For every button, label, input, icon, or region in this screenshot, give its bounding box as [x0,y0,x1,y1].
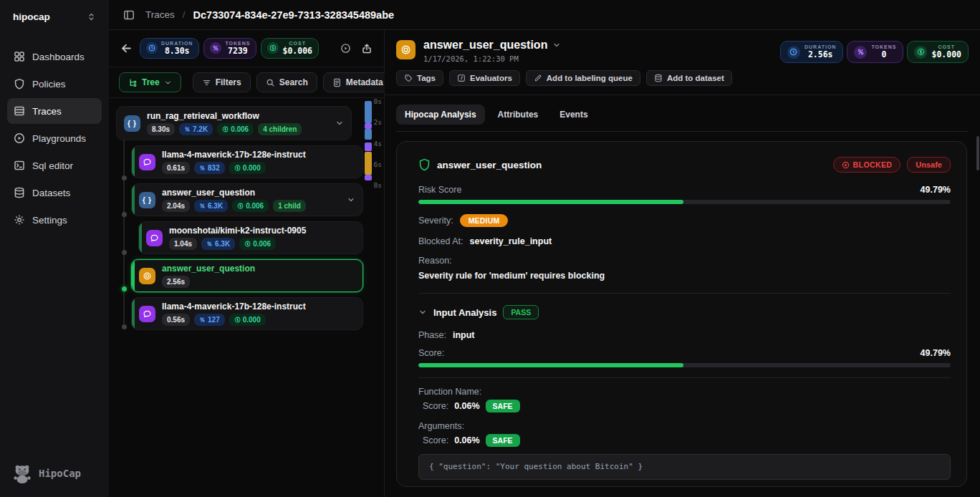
evaluators-button[interactable]: f Evaluators [449,70,520,86]
severity-medium-badge: MEDIUM [460,214,509,227]
metadata-button[interactable]: Metadata [323,72,393,92]
tab-events[interactable]: Events [551,105,596,125]
logo-text: HipoCap [39,468,81,479]
braces-icon: { } [139,192,155,208]
sidebar-item-settings[interactable]: Settings [7,207,102,233]
trace-panel-header: DURATION8.30s TOKENS7239 COST$0.006 [109,30,384,67]
chat-bubble-icon [139,306,155,322]
safe-badge: SAFE [486,400,520,412]
circle-x-icon [842,161,850,169]
tags-label: Tags [417,74,436,82]
hipocap-logo: HipoCap [7,463,102,484]
shield-icon [14,78,25,90]
chevron-down-icon [164,79,172,87]
tree-row-answer-user-question[interactable]: { } answer_user_question 2.04s 6.3K 0.00… [131,183,363,216]
stat-value: 8.30s [165,47,190,56]
panel-toggle-icon[interactable] [120,6,138,24]
tab-attributes[interactable]: Attributes [489,105,547,125]
sidebar-item-dashboards[interactable]: Dashboards [7,44,102,69]
chevron-down-icon[interactable] [335,119,344,127]
span-name: llama-4-maverick-17b-128e-instruct [162,301,355,312]
arguments-score: 0.06% [454,435,479,445]
tree-row-llama-4-maverick[interactable]: llama-4-maverick-17b-128e-instruct 0.61s… [131,145,363,178]
cost-pill: 0.000 [229,314,266,326]
children-pill: 1 child [273,200,306,212]
tree-node-dot [122,324,127,329]
score-label: Score: [423,401,448,411]
phase-label: Phase: [418,330,446,340]
shield-icon [418,158,431,171]
breadcrumb-trace-id: Dc733074-834e-27e9-7313-328345489abe [193,9,395,21]
sidebar-item-datasets[interactable]: Datasets [7,180,102,206]
timeline-segment [365,129,372,140]
chat-bubble-icon [146,230,163,246]
sidebar-item-label: Dashboards [32,52,85,62]
tree-node-dot [122,175,127,180]
terminal-icon [14,160,25,171]
duration-pill: 2.56s [162,276,190,288]
target-icon [396,40,415,59]
stat-value: 0 [881,50,886,59]
tree-row-answer-user-question-selected[interactable]: answer_user_question 2.56s [131,259,363,292]
add-to-dataset-button[interactable]: Add to dataset [646,70,732,86]
risk-score-label: Risk Score [418,185,461,195]
replay-icon[interactable] [337,40,354,57]
phase-value: input [453,330,475,340]
input-analysis-toggle[interactable]: Input Analysis PASS [418,305,951,319]
tab-hipocap-analysis[interactable]: Hipocap Analysis [396,105,485,125]
function-icon: f [457,74,466,82]
input-score-bar-fill [418,363,683,367]
score-label: Score: [423,435,448,445]
tree-row-moonshotai-kimi[interactable]: moonshotai/kimi-k2-instruct-0905 1.04s 6… [138,221,363,254]
play-circle-icon [14,132,25,144]
trace-tree-panel: DURATION8.30s TOKENS7239 COST$0.006 [109,30,385,497]
span-title-dropdown[interactable]: answer_user_question [423,39,772,52]
arguments-label: Arguments: [418,421,951,431]
cost-stat-badge: COST$0.000 [907,41,969,63]
search-label: Search [279,77,308,87]
sidebar-item-playgrounds[interactable]: Playgrounds [7,125,102,151]
timeline-segment [365,175,372,180]
timeline-bar[interactable] [365,100,372,186]
sidebar-item-policies[interactable]: Policies [7,71,102,97]
span-detail-panel: answer_user_question 1/17/2026, 1:22:30 … [385,30,980,497]
scrollbar-thumb[interactable] [976,136,979,170]
workspace-name: hipocap [13,11,50,22]
children-pill: 4 children [258,123,302,135]
duration-stat-badge: DURATION8.30s [140,38,199,59]
add-to-labeling-queue-button[interactable]: Add to labeling queue [526,70,640,86]
filter-icon [202,78,211,87]
add-to-dataset-label: Add to dataset [667,74,724,82]
duration-pill: 8.30s [147,123,175,135]
workspace-switcher[interactable]: hipocap [7,11,102,22]
tree-row-llama-4-maverick-2[interactable]: llama-4-maverick-17b-128e-instruct 0.56s… [131,297,363,330]
tree-row-run-rag-retrieval-workflow[interactable]: { } run_rag_retrieval_workflow 8.30s 7.2… [116,106,352,140]
tree-view-button[interactable]: Tree [119,72,181,92]
trace-tree: { } run_rag_retrieval_workflow 8.30s 7.2… [109,98,384,497]
risk-score-bar-fill [418,200,683,204]
pass-badge: PASS [503,305,539,319]
back-button[interactable] [117,39,135,57]
span-name: run_rag_retrieval_workflow [147,111,329,121]
tree-node-dot [122,250,127,255]
detail-stats: DURATION2.56s TOKENS0 COST$0.000 [780,39,969,63]
timeline-ticks: 0s 2s 4s 6s 8s [374,97,382,189]
sidebar-item-traces[interactable]: Traces [7,98,102,124]
cost-pill: 0.000 [229,162,266,174]
cost-stat-badge: COST$0.006 [261,38,319,59]
duration-stat-badge: DURATION2.56s [780,41,843,63]
filters-button[interactable]: Filters [193,72,251,92]
share-icon[interactable] [358,40,375,57]
breadcrumb-traces-link[interactable]: Traces [145,9,175,20]
target-icon [139,268,155,284]
sidebar-item-sql-editor[interactable]: Sql editor [7,153,102,178]
duration-pill: 0.61s [162,162,190,174]
severity-label: Severity: [418,216,453,226]
tree-node-dot-selected [122,286,127,291]
tokens-pill: 832 [194,162,225,174]
tick-label: 6s [374,160,382,168]
chevron-down-icon[interactable] [347,196,355,204]
search-button[interactable]: Search [256,72,317,92]
tokens-pill: 127 [194,314,225,326]
tags-button[interactable]: Tags [396,70,443,86]
